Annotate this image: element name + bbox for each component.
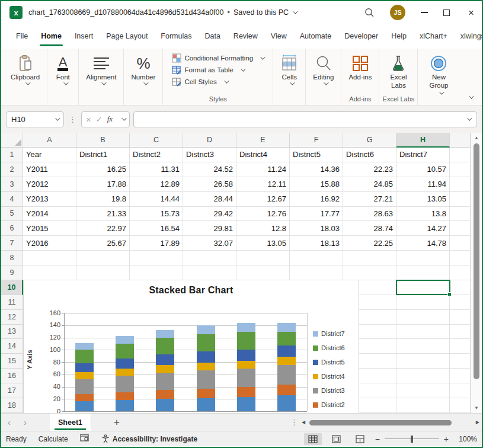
cell[interactable]: 11.94 [396,177,450,192]
bar-segment-District2[interactable] [156,390,174,399]
column-header-partial[interactable] [450,133,471,148]
cell-partial[interactable] [450,236,471,251]
cell[interactable]: 13.05 [236,236,290,251]
bar-segment-District6[interactable] [237,332,255,350]
font-button[interactable]: A Font [50,52,76,87]
row-header-7[interactable]: 7 [1,236,23,251]
saved-status[interactable]: Saved to this PC [233,8,289,17]
cell[interactable]: District2 [130,148,183,162]
bar-segment-District5[interactable] [116,359,134,368]
cell[interactable] [130,265,183,280]
tab-home[interactable]: Home [34,24,68,49]
cell[interactable] [290,251,343,265]
cell-partial[interactable] [450,383,471,398]
chevron-down-icon[interactable] [293,9,298,14]
bar-segment-District5[interactable] [75,363,94,372]
cell-partial[interactable] [450,280,471,295]
cell[interactable]: 18.13 [290,236,343,251]
row-header-16[interactable]: 16 [1,369,23,383]
bar-segment-District3[interactable] [75,379,94,394]
row-header-9[interactable]: 9 [1,265,23,280]
bar-segment-District1[interactable] [237,397,255,411]
legend-entry-District7[interactable]: District7 [313,329,345,338]
select-all-corner[interactable] [1,133,23,148]
column-header-F[interactable]: F [290,133,343,148]
cell-partial[interactable] [450,310,471,325]
cell[interactable]: 16.54 [130,221,183,236]
column-header-H[interactable]: H [396,133,450,148]
cell[interactable]: 15.88 [290,177,343,192]
cell[interactable] [76,251,130,265]
cell-partial[interactable] [450,207,471,222]
zoom-slider[interactable]: − + [375,434,449,444]
view-page-break-button[interactable] [351,433,369,445]
cell[interactable]: 17.77 [290,207,343,222]
zoom-slider-thumb[interactable] [411,436,413,443]
horizontal-scrollbar[interactable]: ◀ ▶ [302,419,479,426]
cell[interactable]: 24.85 [343,177,396,192]
cell[interactable]: 12.8 [236,221,290,236]
bar-segment-District6[interactable] [277,332,296,345]
excel-labs-button[interactable]: Excel Labs [382,52,415,91]
cell[interactable]: 16.25 [76,162,130,177]
tab-xlchart-[interactable]: xlChart+ [413,24,454,49]
expand-formula-bar-icon[interactable] [467,116,472,120]
cell[interactable]: 13.8 [396,207,450,222]
macro-record-icon[interactable] [80,434,89,444]
cell[interactable]: 24.52 [183,162,236,177]
editing-button[interactable]: Editing [308,52,338,87]
legend-entry-District4[interactable]: District4 [313,372,345,380]
cell[interactable]: 12.11 [236,177,290,192]
cell-partial[interactable] [450,265,471,280]
column-header-D[interactable]: D [183,133,236,148]
bar-segment-District4[interactable] [277,357,296,365]
bar-segment-District4[interactable] [75,372,94,379]
bar-segment-District2[interactable] [277,385,296,396]
tab-developer[interactable]: Developer [338,24,385,49]
cell[interactable]: 25.67 [76,236,130,251]
row-header-4[interactable]: 4 [1,192,23,207]
add-sheet-button[interactable]: + [110,417,123,428]
row-header-11[interactable]: 11 [1,295,23,310]
chart-title[interactable]: Stacked Bar Chart [24,285,359,296]
cell-partial[interactable] [450,398,471,413]
scroll-right-icon[interactable]: ▶ [476,420,479,425]
row-header-10[interactable]: 10 [1,280,23,295]
column-header-A[interactable]: A [23,133,76,148]
legend-entry-District5[interactable]: District5 [313,358,345,366]
cell[interactable]: Y2015 [23,221,76,236]
bar-segment-District7[interactable] [75,343,94,350]
cell[interactable] [343,251,396,265]
formula-input[interactable] [133,111,477,127]
cell[interactable] [76,265,130,280]
bar-segment-District3[interactable] [156,373,174,391]
maximize-button[interactable] [443,9,450,16]
bar-segment-District1[interactable] [277,395,296,411]
cell-partial[interactable] [450,369,471,383]
cell-partial[interactable] [450,221,471,236]
cell-partial[interactable] [450,339,471,354]
bar-segment-District7[interactable] [197,325,215,334]
cell-styles-button[interactable]: Cell Styles [172,77,227,87]
tab-data[interactable]: Data [198,24,226,49]
column-header-B[interactable]: B [76,133,130,148]
cell[interactable] [396,265,450,280]
avatar[interactable]: JS [390,5,405,20]
row-header-6[interactable]: 6 [1,221,23,236]
enter-icon[interactable]: ✓ [96,115,103,124]
cell[interactable]: 22.23 [343,162,396,177]
bar-segment-District6[interactable] [75,350,94,363]
row-header-8[interactable]: 8 [1,251,23,265]
column-header-G[interactable]: G [343,133,396,148]
bar-segment-District5[interactable] [156,354,174,365]
cell[interactable] [23,251,76,265]
cell-partial[interactable] [450,177,471,192]
cell[interactable] [396,369,450,383]
cell[interactable] [396,383,450,398]
status-calculate[interactable]: Calculate [39,435,68,443]
addins-button[interactable]: Add-ins [344,52,376,82]
tab-automate[interactable]: Automate [293,24,338,49]
cell[interactable]: 11.24 [236,162,290,177]
bar-segment-District2[interactable] [237,387,255,397]
conditional-formatting-button[interactable]: Conditional Formatting [172,53,264,63]
